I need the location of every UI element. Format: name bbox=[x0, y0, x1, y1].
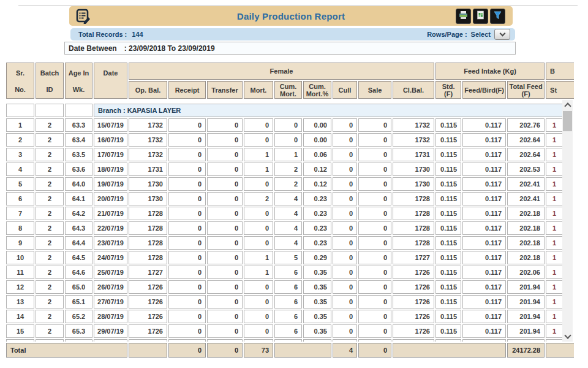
cell-2: 65.3 bbox=[65, 324, 92, 338]
excel-export-button[interactable] bbox=[473, 9, 488, 24]
cell-14: 0.117 bbox=[462, 324, 506, 338]
cell-6: 0 bbox=[207, 192, 243, 205]
cell-10: 0 bbox=[333, 148, 357, 161]
table-header: Sr.No. BatchID Age InWk. Date Female Fee… bbox=[5, 61, 574, 102]
cell-13: 0.115 bbox=[435, 310, 461, 323]
chevron-down-icon bbox=[499, 31, 505, 37]
table-row: 13265.127/07/19172600060.350017260.1150.… bbox=[6, 295, 562, 309]
cell-11: 0 bbox=[358, 163, 391, 176]
cell-13: 0.115 bbox=[435, 133, 461, 147]
table-row: 4263.618/07/19173100120.120017300.1150.1… bbox=[6, 163, 562, 176]
col-header-cl-bal: Cl.Bal. bbox=[393, 81, 434, 99]
cell-9: 0.00 bbox=[303, 133, 331, 147]
cell-7: 0 bbox=[244, 221, 273, 235]
col-header-op-bal: Op. Bal. bbox=[129, 81, 167, 99]
cell-1: 2 bbox=[36, 133, 64, 147]
cell-10: 0 bbox=[333, 280, 357, 294]
cell-5: 0 bbox=[168, 324, 206, 338]
cell-1: 2 bbox=[36, 295, 64, 309]
cell-10: 0 bbox=[333, 310, 357, 323]
cell-14: 0.117 bbox=[462, 207, 506, 220]
cell-8: 2 bbox=[274, 177, 302, 191]
total-clipped-cell bbox=[546, 343, 574, 358]
cell-11: 0 bbox=[358, 324, 391, 338]
cell-0: 3 bbox=[6, 148, 34, 161]
cell-14: 0.117 bbox=[462, 251, 506, 264]
cell-10: 0 bbox=[333, 324, 357, 338]
scroll-up-button[interactable] bbox=[562, 100, 573, 110]
cell-9: 0.35 bbox=[303, 310, 331, 323]
col-header-std-f: Std. (F) bbox=[435, 81, 461, 99]
cell-15: 202.41 bbox=[507, 192, 545, 205]
cell-9: 0.35 bbox=[303, 266, 331, 279]
cell-12: 1728 bbox=[393, 207, 434, 220]
scrollbar-thumb[interactable] bbox=[563, 111, 572, 131]
cell-14: 0.117 bbox=[462, 221, 506, 235]
cell-8: 5 bbox=[274, 251, 302, 264]
cell-5: 0 bbox=[168, 251, 206, 264]
cell-13: 0.115 bbox=[435, 177, 461, 191]
cell-6: 0 bbox=[207, 236, 243, 250]
cell-15: 202.76 bbox=[507, 118, 545, 132]
total-records-value: 144 bbox=[132, 31, 143, 38]
total-sale: 0 bbox=[358, 343, 391, 358]
cell-4: 1728 bbox=[129, 251, 167, 264]
table-row: 11264.625/07/19172700160.350017260.1150.… bbox=[6, 266, 562, 279]
cell-16: 1 bbox=[546, 148, 562, 161]
cell-11: 0 bbox=[358, 266, 391, 279]
toolbar-buttons bbox=[456, 9, 505, 24]
cell-2: 63.3 bbox=[65, 118, 92, 132]
cell-2: 63.4 bbox=[65, 133, 92, 147]
cell-15: 202.18 bbox=[507, 236, 545, 250]
cell-15: 202.18 bbox=[507, 207, 545, 220]
cell-8: 2 bbox=[274, 163, 302, 176]
total-records: Total Records : 144 bbox=[78, 31, 146, 38]
cell-9: 0.23 bbox=[303, 236, 331, 250]
cell-14: 0.117 bbox=[462, 266, 506, 279]
cell-1: 2 bbox=[36, 280, 64, 294]
cell-5: 0 bbox=[168, 133, 206, 147]
cell-10: 0 bbox=[333, 221, 357, 235]
cell-5: 0 bbox=[168, 163, 206, 176]
cell-3: 17/07/19 bbox=[94, 148, 127, 161]
cell-11: 0 bbox=[358, 177, 391, 191]
cell-10: 0 bbox=[333, 207, 357, 220]
branch-label: Branch : KAPASIA LAYER bbox=[94, 104, 562, 117]
report-edit-icon[interactable] bbox=[75, 9, 91, 24]
cell-12: 1730 bbox=[393, 177, 434, 191]
cell-15: 202.18 bbox=[507, 251, 545, 264]
cell-5: 0 bbox=[168, 118, 206, 132]
rows-per-page-select[interactable] bbox=[494, 29, 510, 40]
total-cl-bal-feed bbox=[393, 343, 506, 358]
cell-14: 0.117 bbox=[462, 118, 506, 132]
cell-9: 0.00 bbox=[303, 118, 331, 132]
cell-3: 28/07/19 bbox=[94, 310, 127, 323]
cell-11: 0 bbox=[358, 133, 391, 147]
rows-per-page: Rows/Page : Select bbox=[427, 29, 510, 40]
empty-cell bbox=[36, 104, 64, 117]
cell-12: 1726 bbox=[393, 310, 434, 323]
cell-8: 4 bbox=[274, 221, 302, 235]
cell-15: 201.94 bbox=[507, 324, 545, 338]
table-body-scroll-area[interactable]: Branch : KAPASIA LAYER 1263.315/07/19173… bbox=[5, 102, 562, 342]
cell-8: 6 bbox=[274, 310, 302, 323]
cell-6: 0 bbox=[207, 118, 243, 132]
cell-7: 1 bbox=[244, 148, 273, 161]
cell-16: 1 bbox=[546, 133, 562, 147]
filter-button[interactable] bbox=[490, 9, 505, 24]
scroll-down-button[interactable] bbox=[562, 331, 573, 342]
daily-production-report-page: Daily Production Report bbox=[0, 0, 588, 368]
cell-0: 2 bbox=[6, 133, 34, 147]
vertical-scrollbar[interactable] bbox=[562, 100, 573, 342]
cell-8: 0 bbox=[274, 118, 302, 132]
cell-1: 2 bbox=[36, 163, 64, 176]
print-button[interactable] bbox=[456, 9, 471, 24]
cell-8: 6 bbox=[274, 324, 302, 338]
cell-16: 1 bbox=[546, 266, 562, 279]
cell-6: 0 bbox=[207, 133, 243, 147]
cell-16: 1 bbox=[546, 177, 562, 191]
col-header-cum-mort-pct: Cum. Mort.% bbox=[303, 81, 331, 99]
cell-10: 0 bbox=[333, 236, 357, 250]
col-header-date: Date bbox=[94, 63, 127, 99]
cell-16: 1 bbox=[546, 163, 562, 176]
